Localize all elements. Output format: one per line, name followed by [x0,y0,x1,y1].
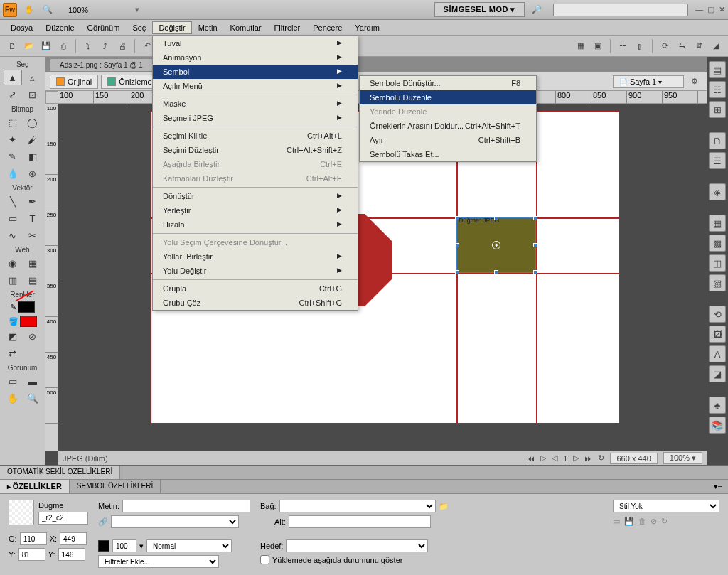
frame-last-icon[interactable]: ⏭ [584,454,592,463]
frame-loop-icon[interactable]: ↻ [598,453,604,463]
hand-tool[interactable]: ✋ [4,390,22,406]
dock-history-icon[interactable]: ☷ [709,81,726,98]
style-new-icon[interactable]: ▭ [613,517,620,526]
dock-shapes-icon[interactable]: ♣ [709,397,726,414]
frame-first-icon[interactable]: ⏮ [527,454,535,463]
blur-tool[interactable]: 💧 [4,166,22,181]
menu-item[interactable]: GruplaCtrl+G [153,281,358,296]
export-icon[interactable]: ⤴ [97,38,113,54]
canvas-dims[interactable]: 660 x 440 [610,453,657,464]
target-select[interactable] [286,539,428,552]
dock-3d-icon[interactable]: ◪ [709,365,726,382]
handle-tr[interactable] [533,216,537,220]
knife-tool[interactable]: ✂ [23,227,42,243]
menu-item[interactable]: Hizala▶ [153,217,358,232]
panel-autoshape-tab[interactable]: OTOMATİK ŞEKİL ÖZELLİKLERİ [0,466,120,479]
save-icon[interactable]: 💾 [38,38,54,54]
dock-url-icon[interactable]: ▩ [709,235,726,252]
print-icon[interactable]: 🖨 [114,38,130,54]
frame-next-icon[interactable]: ▷ [573,453,579,463]
subselect-tool[interactable]: ▵ [23,70,42,85]
zoom-tool[interactable]: 🔍 [23,390,42,406]
page-selector[interactable]: 📄 Sayfa 1 ▾ [613,75,684,88]
menu-item[interactable]: Sembolü Düzenle [360,90,536,104]
dock-path-icon[interactable]: ⟲ [709,306,726,323]
menu-item[interactable]: Tuval▶ [153,36,358,50]
panel-properties-tab[interactable]: ▸ ÖZELLİKLER [0,480,70,493]
menu-item[interactable]: Yolu Değiştir▶ [153,264,358,278]
menu-dosya[interactable]: Dosya [4,21,39,34]
folder-icon[interactable]: 📁 [439,502,449,511]
handle-bl[interactable] [455,270,459,274]
menu-item[interactable]: Açılır Menü▶ [153,79,358,93]
handle-tm[interactable] [494,216,498,220]
dock-image-icon[interactable]: 🖼 [709,326,726,343]
ruler-origin[interactable] [46,91,58,104]
height-input[interactable] [18,548,46,561]
show-slice-tool[interactable]: ▤ [23,272,42,288]
blend-select[interactable]: Normal [146,539,232,552]
load-below-checkbox[interactable] [260,555,269,564]
eraser-tool[interactable]: ◧ [23,149,42,164]
menu-metin[interactable]: Metin [192,21,224,34]
page-options-icon[interactable]: ⚙ [687,74,702,90]
pencil-tool[interactable]: ✎ [4,149,22,164]
selected-button-symbol[interactable]: Düğme: JPEG ✦ [456,217,536,273]
dock-library-icon[interactable]: 📚 [709,417,726,434]
import-icon[interactable]: ⤵ [80,38,96,54]
hand-icon[interactable]: ✋ [21,2,37,18]
panel-menu-icon[interactable]: ▾≡ [708,480,728,493]
slice-tool[interactable]: ▦ [23,255,42,271]
frame-prev-icon[interactable]: ◁ [552,453,557,463]
line-tool[interactable]: ╲ [4,193,22,209]
scale-tool[interactable]: ⤢ [4,87,22,102]
menu-komutlar[interactable]: Komutlar [224,21,268,34]
frame-play-icon[interactable]: ▷ [540,453,546,463]
menu-item[interactable]: Sembole Dönüştür...F8 [360,76,536,90]
nocolor-tool[interactable]: ⊘ [23,328,42,344]
flip-h-icon[interactable]: ⇋ [674,38,690,54]
doc-tab[interactable]: Adsız-1.png : Sayfa 1 @ 1 [50,59,153,71]
filters-select[interactable]: Filtreler Ekle... [98,555,219,568]
flip-v-icon[interactable]: ⇵ [691,38,707,54]
object-name-input[interactable] [38,512,88,525]
zoom-level[interactable]: 100% [64,4,92,16]
stamp-tool[interactable]: ⊛ [23,166,42,181]
zoom-icon[interactable]: 🔍 [40,2,55,18]
menu-sec[interactable]: Seç [126,21,152,34]
status-zoom[interactable]: 100% ▾ [663,452,702,464]
dock-layers-icon[interactable]: ☰ [709,152,726,169]
alt-input[interactable] [289,515,431,528]
marquee-tool[interactable]: ⬚ [4,114,22,130]
link-select[interactable] [111,515,239,528]
default-colors-tool[interactable]: ◩ [4,328,22,344]
panel-symbol-tab[interactable]: SEMBOL ÖZELLİKLERİ [70,480,161,493]
handle-ml[interactable] [455,243,459,247]
pen-tool[interactable]: ✒ [23,193,42,209]
style-delete-icon[interactable]: 🗑 [638,517,646,526]
style-select[interactable]: Stil Yok [613,500,719,512]
dock-optimize-icon[interactable]: ▤ [709,61,726,78]
new-icon[interactable]: 🗋 [4,38,20,54]
pointer-tool[interactable]: ▲ [4,70,22,85]
dock-assets-icon[interactable]: ◈ [709,183,726,200]
menu-item[interactable]: AyırCtrl+Shift+B [360,133,536,147]
dock-pages-icon[interactable]: 🗋 [709,132,726,149]
screen-mode-tool[interactable]: ▭ [4,373,22,389]
dock-mixer-icon[interactable]: ◫ [709,254,726,272]
hotspot-tool[interactable]: ◉ [4,255,22,271]
mode-selector[interactable]: SİMGESEL MOD ▾ [434,2,525,17]
wand-tool[interactable]: ✦ [4,131,22,147]
menu-item[interactable]: Sembol▶ [153,65,358,79]
fill-color[interactable] [20,316,37,327]
menu-yardim[interactable]: Yardım [348,21,386,34]
stroke-color[interactable] [18,301,35,313]
x-input[interactable] [60,532,87,545]
group-icon[interactable]: ▣ [590,38,606,54]
close-icon[interactable]: ✕ [719,5,725,14]
menu-item[interactable]: Sembolü Takas Et... [360,147,536,161]
rect-tool[interactable]: ▭ [4,210,22,226]
saveall-icon[interactable]: ⎙ [55,38,71,54]
menu-item[interactable]: Yolları Birleştir▶ [153,249,358,264]
style-save-icon[interactable]: 💾 [624,517,634,526]
